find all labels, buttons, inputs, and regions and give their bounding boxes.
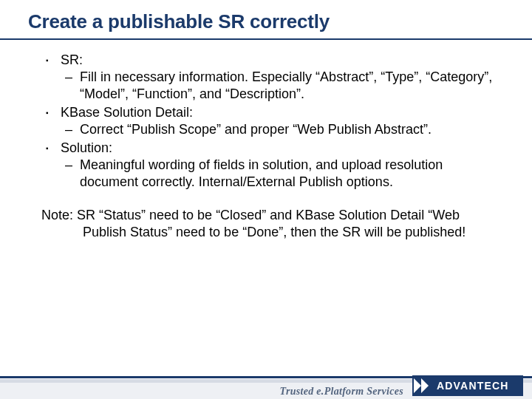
sub-text: Fill in necessary information. Especiall… bbox=[80, 69, 492, 101]
sub-list: Meaningful wording of fields in solution… bbox=[61, 157, 502, 191]
sub-text: Meaningful wording of fields in solution… bbox=[80, 157, 443, 189]
bullet-item-sr: SR: Fill in necessary information. Espec… bbox=[41, 52, 502, 103]
bullet-label: KBase Solution Detail: bbox=[61, 105, 193, 120]
logo-chevrons-icon bbox=[412, 375, 436, 396]
slide-footer: Trusted e.Platform Services ADVANTECH bbox=[0, 359, 532, 399]
advantech-logo: ADVANTECH bbox=[412, 375, 523, 396]
sub-text: Correct “Publish Scope” and proper “Web … bbox=[80, 122, 432, 137]
slide-content: SR: Fill in necessary information. Espec… bbox=[41, 52, 502, 241]
slide-title: Create a publishable SR correctly bbox=[28, 10, 330, 33]
bullet-list: SR: Fill in necessary information. Espec… bbox=[41, 52, 502, 191]
logo-text: ADVANTECH bbox=[436, 380, 509, 392]
svg-marker-0 bbox=[414, 378, 421, 393]
slide: Create a publishable SR correctly SR: Fi… bbox=[0, 0, 532, 399]
sub-list: Fill in necessary information. Especiall… bbox=[61, 69, 502, 103]
bullet-label: SR: bbox=[61, 52, 83, 67]
sub-item: Meaningful wording of fields in solution… bbox=[61, 157, 502, 191]
svg-marker-1 bbox=[421, 378, 429, 393]
bullet-label: Solution: bbox=[61, 140, 112, 155]
bullet-item-solution: Solution: Meaningful wording of fields i… bbox=[41, 140, 502, 191]
footer-tagline: Trusted e.Platform Services bbox=[280, 381, 403, 399]
title-underline bbox=[0, 38, 532, 40]
sub-item: Correct “Publish Scope” and proper “Web … bbox=[61, 121, 502, 138]
note-block: Note: SR “Status” need to be “Closed” an… bbox=[41, 207, 502, 241]
bullet-item-kbase: KBase Solution Detail: Correct “Publish … bbox=[41, 104, 502, 138]
footer-bar: Trusted e.Platform Services ADVANTECH bbox=[0, 383, 532, 399]
note-text: Note: SR “Status” need to be “Closed” an… bbox=[41, 207, 502, 241]
sub-item: Fill in necessary information. Especiall… bbox=[61, 69, 502, 103]
sub-list: Correct “Publish Scope” and proper “Web … bbox=[61, 121, 502, 138]
